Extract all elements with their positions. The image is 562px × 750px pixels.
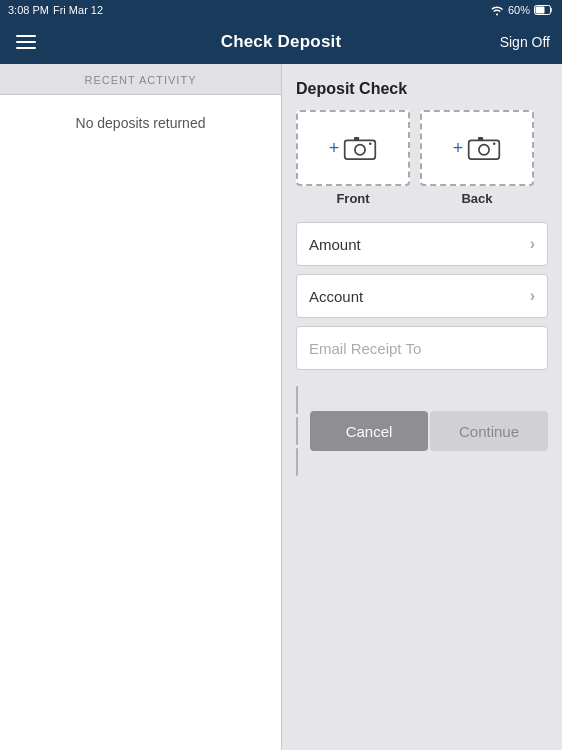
account-chevron: ›: [530, 287, 535, 305]
back-image-button[interactable]: +: [420, 110, 534, 186]
left-panel: RECENT ACTIVITY No deposits returned: [0, 64, 282, 750]
back-plus-icon: +: [453, 139, 464, 157]
email-row: [296, 326, 548, 370]
menu-line-2: [16, 41, 36, 43]
divider-line-1: [296, 386, 298, 414]
amount-row[interactable]: Amount ›: [296, 222, 548, 266]
account-row[interactable]: Account ›: [296, 274, 548, 318]
no-deposits-text: No deposits returned: [76, 115, 206, 131]
svg-rect-4: [354, 137, 359, 140]
back-label: Back: [461, 191, 492, 206]
front-camera-svg: [343, 134, 377, 162]
button-row: Cancel Continue: [296, 386, 548, 476]
sign-off-button[interactable]: Sign Off: [500, 34, 550, 50]
page-title: Check Deposit: [221, 32, 342, 52]
status-date: Fri Mar 12: [53, 4, 103, 16]
amount-label: Amount: [309, 236, 361, 253]
menu-line-3: [16, 47, 36, 49]
svg-point-3: [355, 145, 365, 155]
front-image-wrap: + Front: [296, 110, 410, 206]
status-left: 3:08 PM Fri Mar 12: [8, 4, 103, 16]
no-deposits-area: No deposits returned: [0, 95, 281, 750]
cancel-button[interactable]: Cancel: [310, 411, 428, 451]
front-image-button[interactable]: +: [296, 110, 410, 186]
status-right: 60%: [490, 4, 554, 16]
menu-line-1: [16, 35, 36, 37]
status-time: 3:08 PM: [8, 4, 49, 16]
svg-point-7: [479, 145, 489, 155]
right-panel: Deposit Check + Front: [282, 64, 562, 750]
front-camera-icon-wrap: +: [329, 134, 378, 162]
front-label: Front: [336, 191, 369, 206]
battery-icon: [534, 5, 554, 15]
svg-rect-1: [536, 7, 545, 14]
wifi-icon: [490, 4, 504, 16]
back-image-wrap: + Back: [420, 110, 534, 206]
nav-bar: Check Deposit Sign Off: [0, 20, 562, 64]
continue-button[interactable]: Continue: [430, 411, 548, 451]
recent-activity-header: RECENT ACTIVITY: [0, 64, 281, 95]
back-camera-svg: [467, 134, 501, 162]
account-label: Account: [309, 288, 363, 305]
divider-line-2: [296, 417, 298, 445]
camera-row: + Front +: [296, 110, 548, 206]
amount-chevron: ›: [530, 235, 535, 253]
front-plus-icon: +: [329, 139, 340, 157]
divider-line-3: [296, 448, 298, 476]
menu-button[interactable]: [12, 31, 40, 53]
main-layout: RECENT ACTIVITY No deposits returned Dep…: [0, 64, 562, 750]
svg-point-5: [369, 142, 372, 145]
svg-rect-8: [478, 137, 483, 140]
deposit-check-title: Deposit Check: [296, 80, 548, 98]
battery-level: 60%: [508, 4, 530, 16]
svg-point-9: [493, 142, 496, 145]
email-input[interactable]: [309, 340, 535, 357]
status-bar: 3:08 PM Fri Mar 12 60%: [0, 0, 562, 20]
back-camera-icon-wrap: +: [453, 134, 502, 162]
divider-lines: [296, 386, 302, 476]
